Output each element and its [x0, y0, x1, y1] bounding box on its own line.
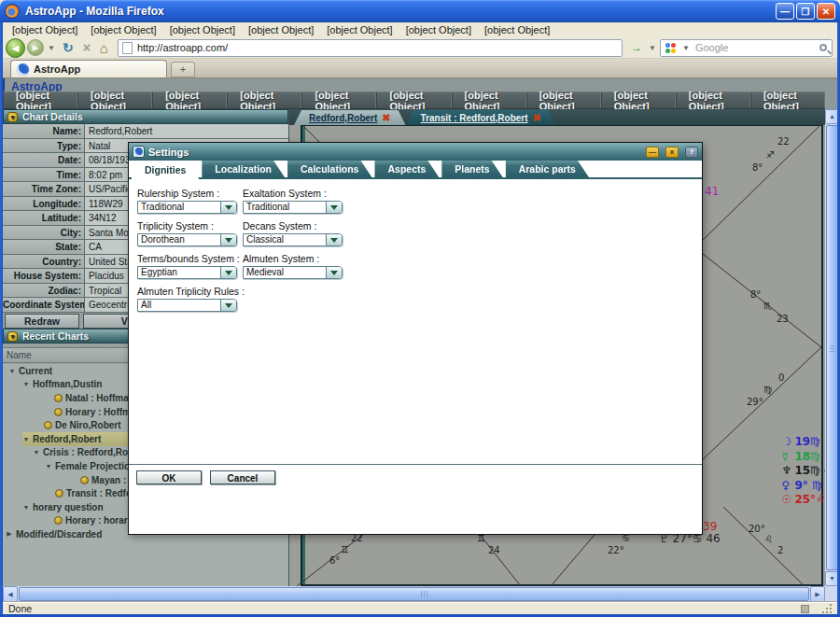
dropdown-arrow-icon[interactable]: [220, 202, 236, 213]
search-input[interactable]: ▼ Google: [660, 39, 833, 57]
go-button[interactable]: →: [628, 41, 645, 54]
app-menu-item[interactable]: [object Object]: [77, 92, 152, 108]
browser-menu-item[interactable]: [object Object]: [399, 24, 478, 35]
status-text: Done: [8, 603, 32, 614]
app-menu-item[interactable]: [object Object]: [301, 92, 376, 108]
browser-tab-title: AstroApp: [34, 63, 80, 75]
collapse-panel-icon[interactable]: ▼: [7, 331, 18, 342]
dialog-tab[interactable]: Dignities: [132, 161, 199, 179]
app-menu-item[interactable]: [object Object]: [676, 92, 750, 108]
dialog-buttons: OK Cancel: [136, 470, 275, 484]
chart-tab[interactable]: Transit : Redford,Robert ✖: [406, 110, 556, 125]
dropdown-select[interactable]: Medieval: [243, 266, 343, 279]
dialog-tab[interactable]: Arabic parts: [506, 161, 589, 177]
minimize-button[interactable]: —: [776, 3, 794, 20]
browser-menu-item[interactable]: [object Object]: [478, 24, 556, 35]
expander-icon[interactable]: ▼: [22, 504, 30, 511]
app-menu-item[interactable]: [object Object]: [750, 92, 825, 108]
app-menu-item[interactable]: [object Object]: [152, 92, 227, 108]
expander-icon[interactable]: ▼: [8, 368, 16, 374]
chart-details-header[interactable]: ▼ Chart Details: [3, 109, 288, 124]
dropdown-arrow-icon[interactable]: [220, 267, 236, 278]
dropdown-arrow-icon[interactable]: [326, 202, 342, 213]
dropdown-select[interactable]: All: [137, 299, 237, 312]
dropdown-select[interactable]: Traditional: [243, 201, 343, 214]
resize-grip[interactable]: [822, 604, 832, 613]
horizontal-scrollbar[interactable]: ◀ ▶: [3, 586, 825, 602]
expander-icon[interactable]: ▼: [22, 436, 30, 442]
browser-menu-item[interactable]: [object Object]: [84, 24, 162, 35]
ok-button[interactable]: OK: [136, 470, 202, 484]
dialog-minimize-button[interactable]: —: [646, 147, 659, 158]
dropdown-arrow-icon[interactable]: [326, 267, 342, 278]
chart-tab-close-icon[interactable]: ✖: [382, 112, 390, 124]
expander-icon[interactable]: ▼: [45, 463, 52, 470]
browser-menu-item[interactable]: [object Object]: [242, 24, 320, 35]
tree-item-label[interactable]: Modified/Discarded: [16, 529, 102, 540]
status-bar: Done: [3, 602, 837, 614]
address-bar[interactable]: http://astroapp.com/: [118, 39, 623, 57]
dialog-titlebar[interactable]: Settings — x ?: [129, 143, 702, 161]
tree-item-label[interactable]: Hoffman,Dustin: [33, 379, 102, 389]
app-menu-item[interactable]: [object Object]: [526, 92, 601, 108]
chart-tab-label[interactable]: Redford,Robert: [309, 113, 377, 123]
dialog-tab[interactable]: Localization: [202, 161, 285, 177]
tree-item-label[interactable]: horary question: [33, 502, 104, 512]
browser-menu-item[interactable]: [object Object]: [320, 24, 399, 35]
wheel-label: 8°: [750, 289, 761, 300]
expander-icon[interactable]: ▼: [33, 449, 40, 456]
dropdown-select[interactable]: Dorothean: [137, 233, 237, 246]
dropdown-arrow-icon[interactable]: [220, 300, 236, 311]
new-tab-button[interactable]: +: [171, 62, 195, 77]
url-text[interactable]: http://astroapp.com/: [137, 42, 228, 53]
stop-button[interactable]: ×: [79, 40, 94, 55]
field-label: Almuten Triplicity Rules :: [137, 286, 237, 297]
browser-menu-item[interactable]: [object Object]: [163, 24, 242, 35]
app-menu-item[interactable]: [object Object]: [3, 92, 77, 108]
tree-item-label[interactable]: Current: [19, 366, 52, 376]
close-button[interactable]: ✕: [817, 3, 835, 20]
refresh-button[interactable]: ↻: [59, 40, 77, 55]
dialog-tab[interactable]: Planets: [441, 161, 502, 177]
dialog-tab[interactable]: Aspects: [374, 161, 439, 177]
chart-tab-label[interactable]: Transit : Redford,Robert: [421, 113, 528, 123]
home-button[interactable]: ⌂: [96, 40, 112, 56]
detail-label: Type:: [3, 139, 85, 153]
dropdown-arrow-icon[interactable]: [326, 234, 342, 245]
collapse-panel-icon[interactable]: ▼: [7, 112, 18, 122]
maximize-button[interactable]: ❒: [796, 3, 815, 20]
go-dropdown-icon[interactable]: ▼: [647, 44, 658, 52]
expander-icon[interactable]: ▶: [6, 530, 13, 538]
search-engine-dropdown-icon[interactable]: ▼: [680, 44, 692, 52]
app-menu-item[interactable]: [object Object]: [227, 92, 301, 108]
history-dropdown-icon[interactable]: ▼: [46, 44, 57, 52]
detail-label: Zodiac:: [3, 284, 85, 298]
dropdown-select[interactable]: Egyptian: [137, 266, 237, 279]
browser-menubar: [object Object] [object Object] [object …: [3, 22, 837, 37]
dropdown-arrow-icon[interactable]: [220, 234, 236, 245]
redraw-button[interactable]: Redraw: [5, 314, 79, 329]
tree-item-label[interactable]: De Niro,Robert: [55, 420, 121, 430]
back-button[interactable]: ◀: [6, 38, 25, 58]
scroll-right-icon[interactable]: ▶: [810, 586, 825, 602]
chart-tab-close-icon[interactable]: ✖: [533, 112, 541, 124]
dropdown-select[interactable]: Classical: [243, 233, 343, 246]
dropdown-select[interactable]: Traditional: [137, 201, 237, 214]
cancel-button[interactable]: Cancel: [210, 470, 275, 484]
dialog-help-button[interactable]: ?: [685, 147, 698, 158]
dialog-close-button[interactable]: x: [665, 147, 679, 158]
browser-tab[interactable]: AstroApp: [10, 60, 167, 77]
app-menu-item[interactable]: [object Object]: [601, 92, 676, 108]
browser-menu-item[interactable]: [object Object]: [6, 24, 84, 35]
search-icon[interactable]: [819, 44, 827, 51]
chart-tab[interactable]: Redford,Robert ✖: [294, 110, 406, 125]
tree-item-label[interactable]: Horary : horary: [65, 515, 133, 526]
horizontal-scroll-thumb[interactable]: [19, 587, 809, 601]
dialog-tab[interactable]: Calculations: [287, 161, 371, 177]
expander-icon[interactable]: ▼: [22, 381, 30, 387]
forward-button[interactable]: ▶: [27, 39, 44, 56]
scroll-left-icon[interactable]: ◀: [3, 586, 18, 602]
app-menu-item[interactable]: [object Object]: [452, 92, 526, 108]
app-menu-item[interactable]: [object Object]: [376, 92, 451, 108]
tree-item-label[interactable]: Redford,Robert: [33, 434, 101, 444]
